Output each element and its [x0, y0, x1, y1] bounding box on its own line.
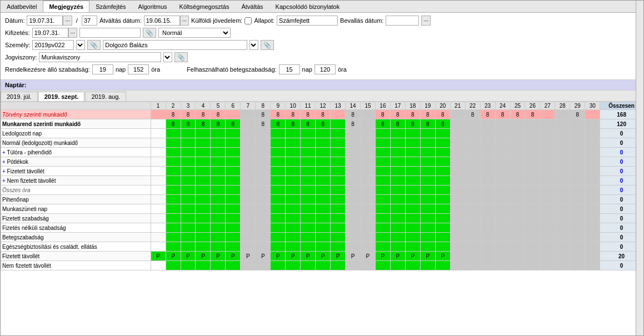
cell-day-29[interactable] [570, 167, 585, 176]
cell-day-27[interactable] [540, 214, 555, 223]
cell-day-29[interactable] [570, 176, 585, 185]
tab-algoritmus[interactable]: Algoritmus [132, 1, 173, 12]
cell-day-15[interactable] [360, 129, 375, 138]
cell-day-16[interactable] [375, 261, 390, 270]
cell-day-24[interactable] [495, 167, 510, 176]
cell-day-17[interactable] [390, 261, 405, 270]
cell-day-12[interactable] [316, 148, 331, 157]
cell-day-7[interactable] [241, 204, 256, 214]
cell-day-20[interactable] [435, 204, 450, 214]
cell-day-29[interactable] [570, 157, 585, 167]
cell-day-6[interactable] [226, 138, 241, 148]
cell-day-3[interactable] [181, 261, 196, 270]
szemely-name-select[interactable] [249, 40, 258, 50]
cell-day-10[interactable] [286, 204, 301, 214]
cell-day-3[interactable] [181, 129, 196, 138]
cell-day-18[interactable] [405, 233, 420, 242]
cell-day-12[interactable] [316, 261, 331, 270]
cell-day-24[interactable] [495, 223, 510, 233]
cell-day-11[interactable] [301, 261, 316, 270]
cell-day-7[interactable] [241, 148, 256, 157]
cell-day-6[interactable] [226, 223, 241, 233]
cell-day-8[interactable] [256, 138, 271, 148]
attach-btn-szemely[interactable]: 📎 [87, 40, 101, 50]
cell-day-30[interactable] [585, 195, 600, 204]
cell-day-22[interactable] [465, 138, 480, 148]
cell-day-9[interactable] [271, 148, 286, 157]
cell-day-30[interactable] [585, 138, 600, 148]
cell-day-2[interactable]: 8 [166, 119, 181, 129]
cell-day-18[interactable] [405, 242, 420, 252]
cell-day-9[interactable]: 8 [271, 110, 286, 119]
cell-day-11[interactable] [301, 176, 316, 185]
cell-day-3[interactable] [181, 233, 196, 242]
cell-day-7[interactable] [241, 233, 256, 242]
expand-icon[interactable]: + [2, 149, 6, 156]
cell-day-2[interactable] [166, 261, 181, 270]
cell-day-5[interactable] [211, 176, 226, 185]
cell-day-18[interactable] [405, 195, 420, 204]
cell-day-23[interactable] [480, 195, 495, 204]
cell-day-19[interactable] [420, 157, 435, 167]
cell-day-17[interactable]: 8 [390, 119, 405, 129]
cell-day-24[interactable] [495, 176, 510, 185]
cell-day-6[interactable] [226, 233, 241, 242]
cell-day-6[interactable] [226, 148, 241, 157]
cell-day-13[interactable] [331, 167, 346, 176]
cell-day-13[interactable] [331, 242, 346, 252]
cell-day-9[interactable] [271, 233, 286, 242]
bevallas-dots-btn[interactable]: ··· [421, 16, 430, 26]
cell-day-17[interactable] [390, 129, 405, 138]
cell-day-2[interactable] [166, 138, 181, 148]
cell-day-8[interactable]: P [256, 252, 271, 261]
cell-day-29[interactable] [570, 129, 585, 138]
cell-day-20[interactable] [435, 129, 450, 138]
cell-day-20[interactable] [435, 148, 450, 157]
cell-day-4[interactable] [196, 233, 211, 242]
cell-day-10[interactable] [286, 195, 301, 204]
cell-day-14[interactable] [346, 214, 361, 223]
cell-day-16[interactable] [375, 129, 390, 138]
cell-day-29[interactable] [570, 138, 585, 148]
cell-day-3[interactable] [181, 148, 196, 157]
cell-day-15[interactable] [360, 233, 375, 242]
cell-day-13[interactable] [331, 138, 346, 148]
cell-day-25[interactable] [510, 148, 525, 157]
cell-day-13[interactable] [331, 233, 346, 242]
bevallas-input[interactable] [386, 16, 419, 26]
cell-day-14[interactable] [346, 233, 361, 242]
cell-day-18[interactable] [405, 214, 420, 223]
cell-day-28[interactable] [555, 148, 570, 157]
cell-day-13[interactable] [331, 157, 346, 167]
tab-megjegyzes[interactable]: Megjegyzés [43, 1, 89, 12]
cell-day-2[interactable] [166, 176, 181, 185]
cell-day-14[interactable] [346, 167, 361, 176]
cell-day-24[interactable] [495, 185, 510, 195]
cell-day-5[interactable] [211, 204, 226, 214]
cell-day-7[interactable] [241, 119, 256, 129]
cell-day-26[interactable] [525, 223, 540, 233]
cell-day-5[interactable] [211, 242, 226, 252]
cell-day-29[interactable] [570, 261, 585, 270]
cell-day-7[interactable] [241, 185, 256, 195]
cell-day-10[interactable] [286, 185, 301, 195]
jogviszony-select[interactable] [163, 52, 172, 62]
cell-day-1[interactable] [151, 242, 166, 252]
cell-day-12[interactable] [316, 176, 331, 185]
cell-day-27[interactable] [540, 204, 555, 214]
cell-day-13[interactable] [331, 110, 346, 119]
cell-day-7[interactable] [241, 110, 256, 119]
cell-day-3[interactable] [181, 167, 196, 176]
cell-day-1[interactable] [151, 138, 166, 148]
cell-day-14[interactable] [346, 223, 361, 233]
cell-day-1[interactable] [151, 204, 166, 214]
cell-day-25[interactable] [510, 129, 525, 138]
cell-day-27[interactable] [540, 129, 555, 138]
cell-day-28[interactable] [555, 119, 570, 129]
cell-day-20[interactable] [435, 185, 450, 195]
cell-day-9[interactable] [271, 185, 286, 195]
cell-day-26[interactable] [525, 204, 540, 214]
datum-dots-btn[interactable]: ··· [63, 16, 72, 26]
cell-day-5[interactable] [211, 233, 226, 242]
cell-day-18[interactable] [405, 261, 420, 270]
